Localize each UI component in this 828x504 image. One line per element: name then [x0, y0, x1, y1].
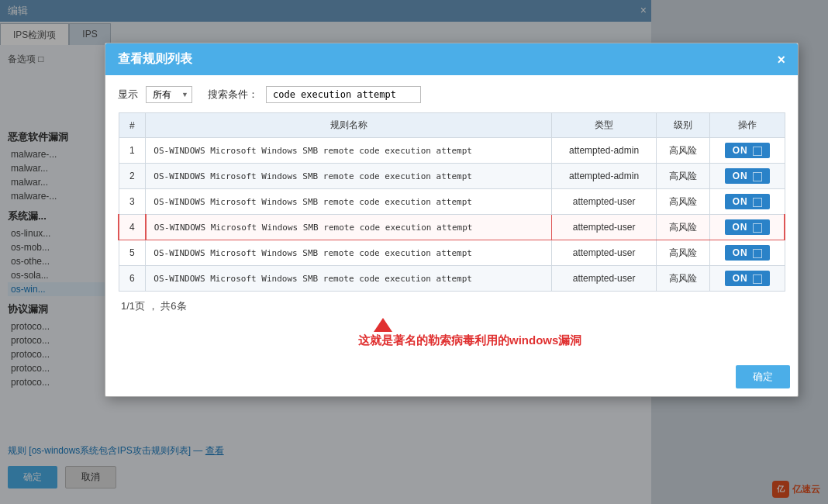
confirm-row: 确定 — [105, 359, 798, 396]
col-header-num: # — [119, 113, 146, 138]
search-input[interactable] — [266, 86, 421, 103]
rules-dialog: 查看规则列表 × 显示 所有 开启 关闭 搜索条件： # 规则名称 类型 — [105, 43, 799, 397]
cell-rule-name: OS-WINDOWS Microsoft Windows SMB remote … — [146, 189, 552, 215]
cell-num: 2 — [119, 164, 146, 189]
cell-rule-name: OS-WINDOWS Microsoft Windows SMB remote … — [146, 215, 552, 240]
col-header-action: 操作 — [710, 113, 785, 138]
on-toggle-button[interactable]: ON — [725, 271, 770, 286]
cell-rule-name: OS-WINDOWS Microsoft Windows SMB remote … — [146, 240, 552, 266]
cell-type: attempted-user — [552, 189, 657, 215]
table-row: 4 OS-WINDOWS Microsoft Windows SMB remot… — [119, 215, 785, 240]
table-row: 1 OS-WINDOWS Microsoft Windows SMB remot… — [119, 138, 785, 164]
cell-rule-name: OS-WINDOWS Microsoft Windows SMB remote … — [146, 164, 552, 189]
on-toggle-button[interactable]: ON — [725, 219, 770, 235]
cell-action: ON — [710, 138, 785, 164]
cell-type: attempted-user — [552, 240, 657, 266]
cell-action: ON — [710, 189, 785, 215]
cell-level: 高风险 — [656, 240, 709, 266]
cell-action: ON — [710, 266, 785, 292]
cell-num: 6 — [119, 266, 146, 292]
dialog-title: 查看规则列表 — [118, 51, 192, 67]
table-row: 5 OS-WINDOWS Microsoft Windows SMB remot… — [119, 240, 785, 266]
tooltip-container: 这就是著名的勒索病毒利用的windows漏洞 — [350, 318, 785, 351]
cell-level: 高风险 — [656, 138, 709, 164]
search-label: 搜索条件： — [208, 88, 258, 102]
dialog-header: 查看规则列表 × — [105, 43, 798, 75]
filter-select[interactable]: 所有 开启 关闭 — [146, 86, 192, 103]
display-label: 显示 — [118, 88, 138, 102]
filter-row: 显示 所有 开启 关闭 搜索条件： — [118, 86, 785, 103]
table-row: 2 OS-WINDOWS Microsoft Windows SMB remot… — [119, 164, 785, 189]
cell-type: attempted-user — [552, 266, 657, 292]
table-row: 3 OS-WINDOWS Microsoft Windows SMB remot… — [119, 189, 785, 215]
cell-level: 高风险 — [656, 189, 709, 215]
cell-level: 高风险 — [656, 215, 709, 240]
on-toggle-button[interactable]: ON — [725, 194, 770, 209]
cell-action: ON — [710, 164, 785, 189]
col-header-level: 级别 — [656, 113, 709, 138]
on-toggle-button[interactable]: ON — [725, 245, 770, 261]
cell-rule-name: OS-WINDOWS Microsoft Windows SMB remote … — [146, 138, 552, 164]
cell-level: 高风险 — [656, 164, 709, 189]
col-header-type: 类型 — [552, 113, 657, 138]
tooltip-text: 这就是著名的勒索病毒利用的windows漏洞 — [350, 330, 785, 351]
dialog-body: 显示 所有 开启 关闭 搜索条件： # 规则名称 类型 级别 操作 — [105, 75, 798, 359]
cell-action: ON — [710, 240, 785, 266]
dialog-close-button[interactable]: × — [777, 53, 785, 67]
cell-type: attempted-admin — [552, 164, 657, 189]
on-toggle-button[interactable]: ON — [725, 168, 770, 184]
filter-select-wrapper[interactable]: 所有 开启 关闭 — [146, 86, 192, 103]
cell-level: 高风险 — [656, 266, 709, 292]
col-header-name: 规则名称 — [146, 113, 552, 138]
table-row: 6 OS-WINDOWS Microsoft Windows SMB remot… — [119, 266, 785, 292]
confirm-button[interactable]: 确定 — [736, 365, 790, 388]
cell-num: 4 — [119, 215, 146, 240]
cell-action: ON — [710, 215, 785, 240]
rules-table: # 规则名称 类型 级别 操作 1 OS-WINDOWS Microsoft W… — [118, 112, 785, 292]
pagination: 1/1页 ， 共6条 — [118, 299, 785, 313]
cell-num: 5 — [119, 240, 146, 266]
cell-rule-name: OS-WINDOWS Microsoft Windows SMB remote … — [146, 266, 552, 292]
cell-type: attempted-user — [552, 215, 657, 240]
cell-num: 1 — [119, 138, 146, 164]
on-toggle-button[interactable]: ON — [725, 143, 770, 158]
cell-num: 3 — [119, 189, 146, 215]
cell-type: attempted-admin — [552, 138, 657, 164]
table-header-row: # 规则名称 类型 级别 操作 — [119, 113, 785, 138]
